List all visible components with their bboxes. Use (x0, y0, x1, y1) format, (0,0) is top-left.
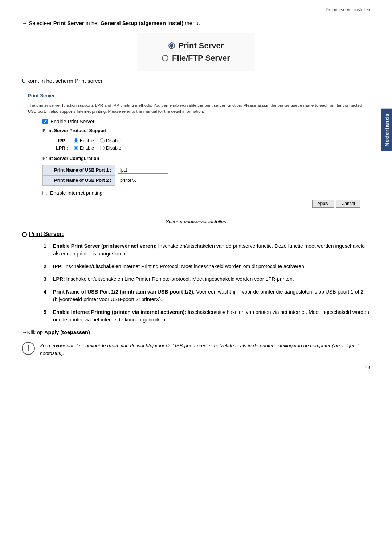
list-item-num: 3 (44, 275, 49, 283)
internet-print-label: Enable Internet printing (50, 190, 103, 196)
apply-note-arrow: → (22, 329, 27, 335)
ps-box-title: Print Server (28, 93, 364, 99)
list-item-content: IPP: Inschakelen/uitschakelen Internet P… (53, 263, 306, 270)
radio-ftp-server[interactable] (162, 55, 168, 61)
protocol-section-label: Print Server Protocol Support (42, 128, 364, 134)
list-item: 1Enable Print Server (printserver active… (44, 242, 370, 258)
config-table: Print Name of USB Port 1 : Print Name of… (42, 165, 364, 186)
apply-button[interactable]: Apply (312, 200, 334, 208)
section-bullet (22, 232, 27, 237)
ps-option-ftp-server: File/FTP Server (162, 53, 230, 63)
usb1-label: Print Name of USB Port 1 : (43, 165, 115, 175)
intro-bold2: General Setup (algemeen instel) (101, 20, 183, 26)
ipp-disable-option: Disable (100, 138, 121, 143)
lpr-options: Enable Disable (72, 144, 364, 152)
subtitle: U komt in het scherm Print server. (22, 78, 370, 84)
intro-after: menu. (183, 20, 200, 26)
list-item: 3LPR: Inschakelen/uitschakelen Line Prin… (44, 275, 370, 283)
lpr-label: LPR : (42, 144, 72, 152)
lpr-row: LPR : Enable Disable (42, 144, 364, 152)
list-item-content: LPR: Inschakelen/uitschakelen Line Print… (53, 275, 294, 283)
intro-middle: in het (84, 20, 101, 26)
lpr-enable-label: Enable (80, 146, 94, 151)
section-header: Print Server: (29, 231, 64, 237)
note-box: ! Zorg ervoor dat de ingevoerde naam van… (22, 342, 370, 357)
sidebar-label: Nederlands (381, 109, 392, 151)
note-icon-symbol: ! (27, 344, 30, 352)
list-item-num: 4 (44, 288, 49, 303)
note-icon: ! (22, 342, 35, 355)
list-item: 4Print Name of USB Port 1/2 (printnaam v… (44, 288, 370, 303)
button-row: Apply Cancel (28, 200, 364, 208)
arrow-symbol: → (22, 20, 29, 26)
usb2-row: Print Name of USB Port 2 : (43, 175, 364, 185)
lpr-disable-label: Disable (106, 146, 121, 151)
lpr-enable-option: Enable (74, 146, 94, 151)
list-item-num: 5 (44, 308, 49, 324)
ipp-enable-option: Enable (74, 138, 94, 143)
ipp-enable-label: Enable (80, 138, 94, 143)
ps-option2-label: File/FTP Server (172, 53, 230, 63)
radio-print-server[interactable] (168, 42, 175, 49)
section-header-row: Print Server: (22, 231, 370, 237)
lpr-disable-option: Disable (100, 146, 121, 151)
config-section-label: Print Server Configuration (42, 156, 364, 162)
list-item-content: Enable Print Server (printserver activer… (53, 242, 370, 258)
intro-before: Selecteer (29, 20, 53, 26)
apply-note-bold: Apply (toepassen) (44, 329, 90, 335)
apply-note: →Klik op Apply (toepassen) (22, 329, 370, 335)
list-item-num: 1 (44, 242, 49, 258)
usb1-row: Print Name of USB Port 1 : (43, 165, 364, 175)
list-item-content: Enable Internet Printing (printen via in… (53, 308, 370, 324)
internet-print-checkbox[interactable] (42, 191, 47, 195)
lpr-disable-radio[interactable] (100, 146, 105, 150)
ipp-disable-radio[interactable] (100, 138, 105, 143)
usb2-input-cell (115, 175, 364, 185)
header-bar: De printserver instellen (22, 7, 370, 14)
ipp-options: Enable Disable (72, 137, 364, 144)
ps-form: Enable Print Server Print Server Protoco… (28, 119, 364, 196)
usb2-label: Print Name of USB Port 2 : (43, 175, 115, 185)
page-number: 49 (22, 365, 370, 370)
ps-option1-label: Print Server (179, 41, 224, 50)
print-server-image: Print Server File/FTP Server (138, 33, 254, 71)
cancel-button[interactable]: Cancel (336, 200, 360, 208)
ps-description: The printer server function supports LPR… (28, 102, 364, 115)
protocol-table: IPP : Enable Disable (42, 137, 364, 152)
ipp-enable-radio[interactable] (74, 138, 78, 143)
ipp-disable-label: Disable (106, 138, 121, 143)
usb1-input-cell (115, 165, 364, 175)
enable-print-server-label: Enable Print Server (50, 119, 94, 124)
numbered-list: 1Enable Print Server (printserver active… (22, 242, 370, 324)
header-title: De printserver instellen (326, 7, 370, 12)
list-item: 5Enable Internet Printing (printen via i… (44, 308, 370, 324)
intro-bold1: Print Server (53, 20, 84, 26)
intro-text: → Selecteer Print Server in het General … (22, 20, 370, 26)
ipp-label: IPP : (42, 137, 72, 144)
internet-print-row: Enable Internet printing (42, 190, 364, 196)
list-item: 2IPP: Inschakelen/uitschakelen Internet … (44, 263, 370, 270)
usb1-input[interactable] (118, 167, 168, 174)
enable-print-server-row: Enable Print Server (42, 119, 364, 124)
list-item-num: 2 (44, 263, 49, 270)
usb2-input[interactable] (118, 177, 168, 184)
enable-print-server-checkbox[interactable] (42, 119, 48, 124)
lpr-enable-radio[interactable] (74, 146, 78, 150)
note-text: Zorg ervoor dat de ingevoerde naam van d… (40, 342, 370, 357)
list-item-content: Print Name of USB Port 1/2 (printnaam va… (53, 288, 370, 303)
apply-note-text: Klik op (27, 329, 45, 335)
caption-text: – Scherm printserver instellen – (22, 219, 370, 224)
ps-option-print-server: Print Server (168, 41, 224, 50)
ipp-row: IPP : Enable Disable (42, 137, 364, 144)
print-server-box: Print Server The printer server function… (22, 89, 370, 213)
